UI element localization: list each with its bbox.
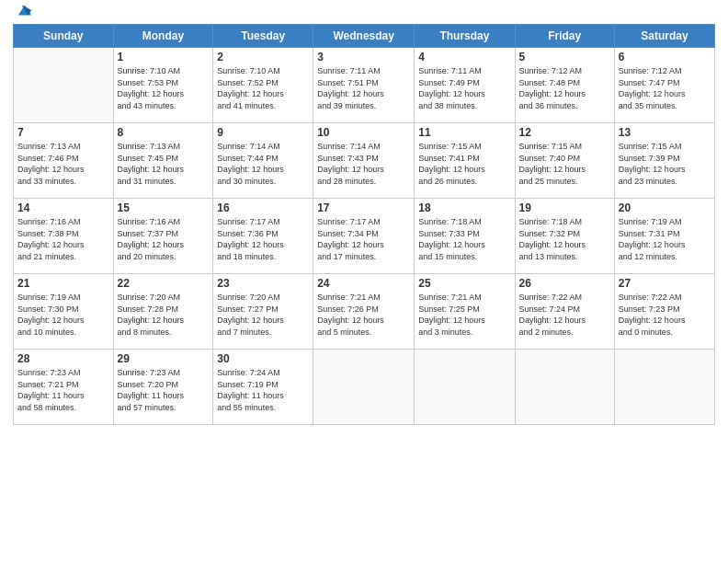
day-number: 8: [118, 126, 210, 139]
day-info: Sunrise: 7:20 AM Sunset: 7:27 PM Dayligh…: [217, 292, 309, 338]
day-info: Sunrise: 7:19 AM Sunset: 7:31 PM Dayligh…: [619, 216, 711, 262]
calendar-cell: 8Sunrise: 7:13 AM Sunset: 7:45 PM Daylig…: [113, 123, 213, 199]
calendar-dow-sunday: Sunday: [14, 25, 114, 48]
day-info: Sunrise: 7:10 AM Sunset: 7:52 PM Dayligh…: [217, 65, 309, 111]
calendar-cell: [14, 48, 114, 123]
calendar-cell: 28Sunrise: 7:23 AM Sunset: 7:21 PM Dayli…: [14, 350, 114, 425]
day-info: Sunrise: 7:22 AM Sunset: 7:24 PM Dayligh…: [519, 292, 610, 338]
calendar-cell: 27Sunrise: 7:22 AM Sunset: 7:23 PM Dayli…: [614, 274, 714, 350]
day-info: Sunrise: 7:23 AM Sunset: 7:21 PM Dayligh…: [17, 367, 109, 413]
calendar-cell: 13Sunrise: 7:15 AM Sunset: 7:39 PM Dayli…: [614, 123, 714, 199]
calendar-cell: 23Sunrise: 7:20 AM Sunset: 7:27 PM Dayli…: [213, 274, 313, 350]
day-number: 14: [17, 201, 109, 214]
day-info: Sunrise: 7:13 AM Sunset: 7:46 PM Dayligh…: [17, 141, 109, 187]
calendar-week-2: 7Sunrise: 7:13 AM Sunset: 7:46 PM Daylig…: [14, 123, 715, 199]
calendar-cell: 11Sunrise: 7:15 AM Sunset: 7:41 PM Dayli…: [415, 123, 515, 199]
calendar-dow-thursday: Thursday: [415, 25, 515, 48]
day-number: 3: [317, 51, 410, 63]
calendar-cell: 1Sunrise: 7:10 AM Sunset: 7:53 PM Daylig…: [113, 48, 213, 123]
day-number: 22: [118, 277, 210, 290]
day-number: 29: [118, 352, 210, 365]
calendar-cell: 3Sunrise: 7:11 AM Sunset: 7:51 PM Daylig…: [313, 48, 415, 123]
calendar-cell: 10Sunrise: 7:14 AM Sunset: 7:43 PM Dayli…: [313, 123, 415, 199]
calendar-week-3: 14Sunrise: 7:16 AM Sunset: 7:38 PM Dayli…: [14, 199, 715, 274]
day-info: Sunrise: 7:24 AM Sunset: 7:19 PM Dayligh…: [217, 367, 309, 413]
day-number: 18: [418, 201, 510, 214]
calendar-dow-friday: Friday: [515, 25, 614, 48]
calendar-header-row: SundayMondayTuesdayWednesdayThursdayFrid…: [14, 25, 715, 48]
day-number: 4: [418, 51, 510, 63]
calendar-cell: 14Sunrise: 7:16 AM Sunset: 7:38 PM Dayli…: [14, 199, 114, 274]
calendar-cell: 4Sunrise: 7:11 AM Sunset: 7:49 PM Daylig…: [415, 48, 515, 123]
day-info: Sunrise: 7:11 AM Sunset: 7:49 PM Dayligh…: [418, 65, 510, 111]
day-info: Sunrise: 7:16 AM Sunset: 7:37 PM Dayligh…: [118, 216, 210, 262]
day-info: Sunrise: 7:15 AM Sunset: 7:41 PM Dayligh…: [418, 141, 510, 187]
day-number: 15: [118, 201, 210, 214]
day-number: 11: [418, 126, 510, 139]
day-number: 28: [17, 352, 109, 365]
day-info: Sunrise: 7:13 AM Sunset: 7:45 PM Dayligh…: [118, 141, 210, 187]
calendar-dow-tuesday: Tuesday: [213, 25, 313, 48]
day-number: 24: [317, 277, 410, 290]
calendar-cell: 18Sunrise: 7:18 AM Sunset: 7:33 PM Dayli…: [415, 199, 515, 274]
calendar-cell: 16Sunrise: 7:17 AM Sunset: 7:36 PM Dayli…: [213, 199, 313, 274]
day-number: 23: [217, 277, 309, 290]
calendar-cell: 20Sunrise: 7:19 AM Sunset: 7:31 PM Dayli…: [614, 199, 714, 274]
day-info: Sunrise: 7:15 AM Sunset: 7:39 PM Dayligh…: [619, 141, 711, 187]
calendar-cell: 29Sunrise: 7:23 AM Sunset: 7:20 PM Dayli…: [113, 350, 213, 425]
day-info: Sunrise: 7:11 AM Sunset: 7:51 PM Dayligh…: [317, 65, 410, 111]
page-header: [13, 9, 715, 18]
calendar-cell: 25Sunrise: 7:21 AM Sunset: 7:25 PM Dayli…: [415, 274, 515, 350]
calendar-cell: [313, 350, 415, 425]
calendar-cell: 30Sunrise: 7:24 AM Sunset: 7:19 PM Dayli…: [213, 350, 313, 425]
day-number: 25: [418, 277, 510, 290]
calendar-cell: 2Sunrise: 7:10 AM Sunset: 7:52 PM Daylig…: [213, 48, 313, 123]
calendar-cell: 21Sunrise: 7:19 AM Sunset: 7:30 PM Dayli…: [14, 274, 114, 350]
calendar-table: SundayMondayTuesdayWednesdayThursdayFrid…: [13, 24, 715, 425]
calendar-cell: 26Sunrise: 7:22 AM Sunset: 7:24 PM Dayli…: [515, 274, 614, 350]
calendar-cell: [614, 350, 714, 425]
calendar-cell: 6Sunrise: 7:12 AM Sunset: 7:47 PM Daylig…: [614, 48, 714, 123]
day-info: Sunrise: 7:22 AM Sunset: 7:23 PM Dayligh…: [619, 292, 711, 338]
calendar-dow-monday: Monday: [113, 25, 213, 48]
day-info: Sunrise: 7:21 AM Sunset: 7:26 PM Dayligh…: [317, 292, 410, 338]
calendar-cell: 5Sunrise: 7:12 AM Sunset: 7:48 PM Daylig…: [515, 48, 614, 123]
day-info: Sunrise: 7:16 AM Sunset: 7:38 PM Dayligh…: [17, 216, 109, 262]
day-number: 7: [17, 126, 109, 139]
day-number: 2: [217, 51, 309, 63]
day-info: Sunrise: 7:12 AM Sunset: 7:48 PM Dayligh…: [519, 65, 610, 111]
day-info: Sunrise: 7:21 AM Sunset: 7:25 PM Dayligh…: [418, 292, 510, 338]
calendar-cell: [415, 350, 515, 425]
day-number: 13: [619, 126, 711, 139]
calendar-cell: 15Sunrise: 7:16 AM Sunset: 7:37 PM Dayli…: [113, 199, 213, 274]
day-number: 17: [317, 201, 410, 214]
day-info: Sunrise: 7:17 AM Sunset: 7:34 PM Dayligh…: [317, 216, 410, 262]
day-number: 26: [519, 277, 610, 290]
calendar-dow-saturday: Saturday: [614, 25, 714, 48]
day-info: Sunrise: 7:14 AM Sunset: 7:43 PM Dayligh…: [317, 141, 410, 187]
day-number: 27: [619, 277, 711, 290]
day-number: 1: [118, 51, 210, 63]
logo-icon: [17, 2, 33, 18]
day-number: 19: [519, 201, 610, 214]
calendar-cell: [515, 350, 614, 425]
day-info: Sunrise: 7:17 AM Sunset: 7:36 PM Dayligh…: [217, 216, 309, 262]
calendar-cell: 12Sunrise: 7:15 AM Sunset: 7:40 PM Dayli…: [515, 123, 614, 199]
day-number: 30: [217, 352, 309, 365]
calendar-cell: 19Sunrise: 7:18 AM Sunset: 7:32 PM Dayli…: [515, 199, 614, 274]
calendar-week-5: 28Sunrise: 7:23 AM Sunset: 7:21 PM Dayli…: [14, 350, 715, 425]
day-info: Sunrise: 7:12 AM Sunset: 7:47 PM Dayligh…: [619, 65, 711, 111]
day-number: 9: [217, 126, 309, 139]
day-info: Sunrise: 7:10 AM Sunset: 7:53 PM Dayligh…: [118, 65, 210, 111]
calendar-cell: 22Sunrise: 7:20 AM Sunset: 7:28 PM Dayli…: [113, 274, 213, 350]
day-number: 20: [619, 201, 711, 214]
calendar-week-1: 1Sunrise: 7:10 AM Sunset: 7:53 PM Daylig…: [14, 48, 715, 123]
logo: [13, 9, 33, 18]
calendar-week-4: 21Sunrise: 7:19 AM Sunset: 7:30 PM Dayli…: [14, 274, 715, 350]
calendar-dow-wednesday: Wednesday: [313, 25, 415, 48]
day-number: 6: [619, 51, 711, 63]
calendar-cell: 7Sunrise: 7:13 AM Sunset: 7:46 PM Daylig…: [14, 123, 114, 199]
day-number: 10: [317, 126, 410, 139]
day-info: Sunrise: 7:19 AM Sunset: 7:30 PM Dayligh…: [17, 292, 109, 338]
calendar-cell: 9Sunrise: 7:14 AM Sunset: 7:44 PM Daylig…: [213, 123, 313, 199]
